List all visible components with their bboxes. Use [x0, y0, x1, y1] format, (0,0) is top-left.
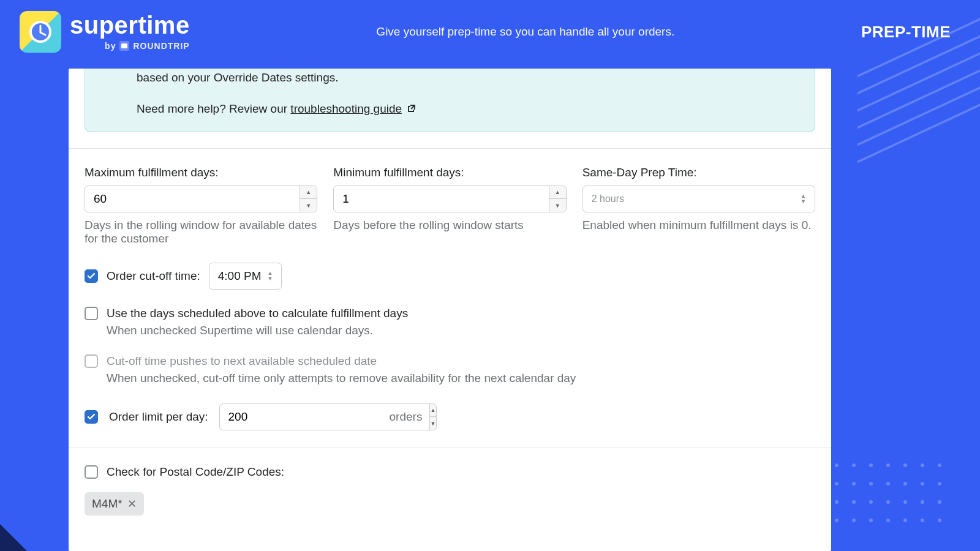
cutoff-push-row: Cut-off time pushes to next available sc…	[85, 337, 815, 368]
use-scheduled-checkbox[interactable]	[85, 307, 98, 320]
same-day-label: Same-Day Prep Time:	[582, 166, 815, 179]
max-fulfillment-field: Maximum fulfillment days: ▲ ▼ Days in th…	[85, 166, 317, 246]
order-limit-row: Order limit per day: orders ▲ ▼	[85, 385, 815, 430]
brand-byline: by ROUNDTRIP	[105, 41, 190, 51]
order-limit-input[interactable]: orders ▲ ▼	[219, 403, 437, 430]
svg-point-32	[886, 519, 890, 522]
select-caret-icon: ▲▼	[801, 193, 806, 204]
order-limit-suffix: orders	[382, 410, 430, 424]
top-bar: supertime by ROUNDTRIP Give yourself pre…	[0, 0, 980, 64]
postal-label: Check for Postal Code/ZIP Codes:	[107, 465, 284, 479]
order-limit-value[interactable]	[220, 410, 382, 424]
select-caret-icon: ▲▼	[268, 271, 273, 281]
postal-checkbox[interactable]	[85, 465, 98, 479]
svg-point-35	[938, 519, 941, 522]
min-fulfillment-input[interactable]: ▲ ▼	[333, 186, 566, 212]
cutoff-row: Order cut-off time: 4:00 PM ▲▼	[85, 246, 815, 290]
page-badge: PREP-TIME	[861, 23, 951, 42]
info-banner: based on your Override Dates settings. N…	[85, 69, 815, 132]
min-fulfillment-field: Minimum fulfillment days: ▲ ▼ Days befor…	[333, 166, 566, 246]
svg-point-2	[835, 463, 839, 467]
svg-point-16	[921, 482, 924, 485]
svg-point-15	[903, 482, 907, 485]
svg-rect-39	[121, 43, 127, 48]
svg-point-5	[886, 463, 890, 467]
same-day-select[interactable]: 2 hours ▲▼	[582, 186, 815, 212]
min-fulfillment-help: Days before the rolling window starts	[333, 219, 566, 232]
same-day-help: Enabled when minimum fulfillment days is…	[582, 219, 815, 232]
info-help-prefix: Need more help? Review our	[137, 102, 290, 115]
svg-point-29	[835, 519, 839, 522]
svg-point-23	[886, 500, 890, 504]
max-fulfillment-help: Days in the rolling window for available…	[85, 219, 317, 246]
same-day-field: Same-Day Prep Time: 2 hours ▲▼ Enabled w…	[582, 166, 815, 246]
spinner-down-icon[interactable]: ▼	[300, 199, 317, 212]
settings-panel: based on your Override Dates settings. N…	[69, 69, 831, 551]
svg-point-13	[869, 482, 873, 485]
svg-point-30	[852, 519, 856, 522]
number-spinner[interactable]: ▲ ▼	[300, 186, 317, 212]
svg-point-17	[938, 482, 941, 485]
number-spinner[interactable]: ▲ ▼	[429, 404, 435, 430]
min-fulfillment-value[interactable]	[334, 192, 548, 206]
spinner-down-icon[interactable]: ▼	[430, 417, 435, 430]
svg-point-7	[921, 463, 924, 467]
troubleshooting-link[interactable]: troubleshooting guide	[290, 102, 402, 115]
spinner-up-icon[interactable]: ▲	[300, 186, 317, 200]
svg-point-3	[852, 463, 856, 467]
cutoff-label: Order cut-off time:	[107, 269, 200, 283]
svg-point-8	[938, 463, 941, 467]
postal-section: Check for Postal Code/ZIP Codes: M4M* ✕	[69, 448, 831, 515]
number-spinner[interactable]: ▲ ▼	[549, 186, 566, 212]
svg-point-22	[869, 500, 873, 504]
svg-point-33	[903, 519, 907, 522]
use-scheduled-row: Use the days scheduled above to calculat…	[85, 290, 815, 320]
cutoff-push-label: Cut-off time pushes to next available sc…	[107, 354, 377, 368]
cutoff-checkbox[interactable]	[85, 269, 98, 283]
corner-decor	[0, 524, 27, 551]
cutoff-push-checkbox	[85, 354, 98, 368]
svg-point-6	[903, 463, 907, 467]
postal-tag-text: M4M*	[92, 497, 123, 511]
min-fulfillment-label: Minimum fulfillment days:	[333, 166, 566, 179]
svg-point-4	[869, 463, 873, 467]
spinner-down-icon[interactable]: ▼	[549, 199, 566, 212]
svg-point-14	[886, 482, 890, 485]
svg-point-12	[852, 482, 856, 485]
cutoff-push-help: When unchecked, cut-off time only attemp…	[107, 372, 815, 385]
max-fulfillment-value[interactable]	[85, 192, 300, 206]
order-limit-label: Order limit per day:	[109, 410, 208, 424]
fulfillment-fields-row: Maximum fulfillment days: ▲ ▼ Days in th…	[85, 149, 815, 246]
brand: supertime by ROUNDTRIP	[20, 11, 190, 53]
spinner-up-icon[interactable]: ▲	[430, 404, 435, 418]
external-link-icon	[407, 100, 416, 118]
use-scheduled-help: When unchecked Supertime will use calend…	[107, 324, 815, 337]
svg-point-20	[835, 500, 839, 504]
header-tagline: Give yourself prep-time so you can handl…	[190, 25, 861, 39]
svg-point-25	[921, 500, 924, 504]
svg-point-11	[835, 482, 839, 485]
svg-point-24	[903, 500, 907, 504]
cutoff-time-value: 4:00 PM	[218, 269, 262, 283]
spinner-up-icon[interactable]: ▲	[549, 186, 566, 200]
svg-point-31	[869, 519, 873, 522]
close-icon[interactable]: ✕	[127, 497, 137, 511]
cutoff-time-select[interactable]: 4:00 PM ▲▼	[209, 263, 282, 290]
logo-icon	[20, 11, 61, 53]
max-fulfillment-input[interactable]: ▲ ▼	[85, 186, 317, 212]
max-fulfillment-label: Maximum fulfillment days:	[85, 166, 317, 179]
svg-point-26	[938, 500, 941, 504]
use-scheduled-label: Use the days scheduled above to calculat…	[107, 307, 408, 320]
info-help-line: Need more help? Review our troubleshooti…	[137, 100, 797, 118]
postal-tag[interactable]: M4M* ✕	[85, 492, 144, 515]
info-text-fragment: based on your Override Dates settings.	[137, 69, 797, 86]
svg-point-21	[852, 500, 856, 504]
order-limit-checkbox[interactable]	[85, 410, 98, 424]
roundtrip-icon	[119, 41, 129, 51]
same-day-value: 2 hours	[592, 193, 624, 204]
postal-row: Check for Postal Code/ZIP Codes:	[85, 448, 815, 479]
svg-point-34	[921, 519, 924, 522]
brand-name: supertime	[70, 13, 190, 37]
